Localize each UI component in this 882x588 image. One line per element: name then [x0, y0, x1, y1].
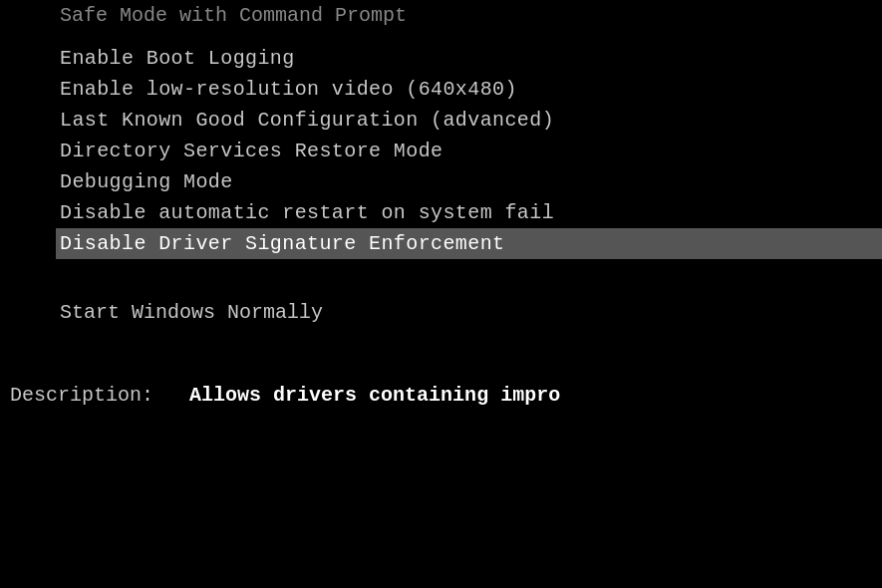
start-normally-label[interactable]: Start Windows Normally: [60, 301, 323, 324]
description-content: Allows drivers containing impro: [189, 384, 560, 407]
top-cut-label: Safe Mode with Command Prompt: [60, 4, 407, 27]
boot-menu-list[interactable]: Enable Boot Logging Enable low-resolutio…: [0, 33, 882, 259]
menu-item-debugging-mode[interactable]: Debugging Mode: [60, 166, 882, 197]
boot-screen: Safe Mode with Command Prompt Enable Boo…: [0, 0, 882, 588]
description-label: Description:: [10, 384, 153, 407]
start-normally-section: Start Windows Normally: [0, 297, 882, 328]
menu-item-last-known-good[interactable]: Last Known Good Configuration (advanced): [60, 105, 882, 136]
menu-item-disable-auto-restart[interactable]: Disable automatic restart on system fail: [60, 197, 882, 228]
menu-item-disable-driver-sig[interactable]: Disable Driver Signature Enforcement: [56, 228, 882, 259]
menu-item-enable-low-res-video[interactable]: Enable low-resolution video (640x480): [60, 74, 882, 105]
description-section: Description: Allows drivers containing i…: [0, 384, 882, 407]
top-cut-item: Safe Mode with Command Prompt: [0, 0, 882, 31]
menu-item-enable-boot-logging[interactable]: Enable Boot Logging: [60, 43, 882, 74]
menu-item-directory-services[interactable]: Directory Services Restore Mode: [60, 136, 882, 166]
description-text: Description: Allows drivers containing i…: [10, 384, 560, 407]
